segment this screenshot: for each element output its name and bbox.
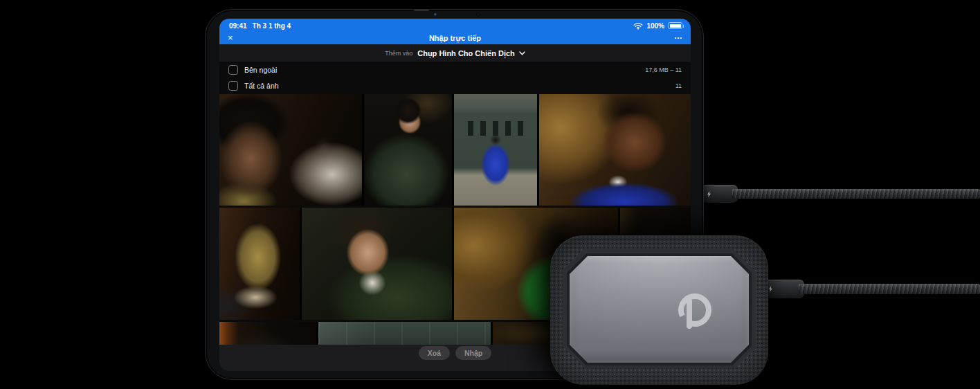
volume-buttons <box>414 9 429 11</box>
status-time: 09:41 <box>229 22 247 30</box>
status-bar: 09:41 Th 3 1 thg 4 100% <box>219 19 691 31</box>
cable-connector-drive <box>762 280 804 298</box>
collection-picker[interactable]: Chụp Hình Cho Chiến Dịch <box>417 49 525 57</box>
thunderbolt-cable-drive <box>799 284 980 294</box>
status-date: Th 3 1 thg 4 <box>253 22 291 30</box>
battery-percent: 100% <box>646 22 664 30</box>
all-photos-row[interactable]: Tất cả ảnh 11 <box>219 78 691 94</box>
photo-thumbnail[interactable] <box>219 208 300 320</box>
import-header: × Nhập trực tiếp ••• <box>219 31 691 44</box>
photo-thumbnail[interactable] <box>539 94 691 206</box>
row-label: Bên ngoài <box>244 66 277 74</box>
photo-thumbnail[interactable] <box>454 94 537 206</box>
battery-icon <box>668 22 682 29</box>
photo-thumbnail[interactable] <box>318 322 491 345</box>
photo-thumbnail[interactable] <box>364 94 452 206</box>
add-to-bar: Thêm vào Chụp Hình Cho Chiến Dịch <box>219 44 691 62</box>
scene: 09:41 Th 3 1 thg 4 100% <box>0 0 980 389</box>
delete-button[interactable]: Xoá <box>419 346 450 360</box>
checkbox[interactable] <box>228 81 238 91</box>
front-camera <box>434 13 437 16</box>
more-button[interactable]: ••• <box>675 35 682 41</box>
drive-plate-outline <box>567 253 752 365</box>
drive-top-plate <box>570 256 749 363</box>
import-button[interactable]: Nhập <box>455 346 491 360</box>
checkbox[interactable] <box>228 65 238 75</box>
photo-thumbnail[interactable] <box>302 208 452 320</box>
chevron-down-icon <box>519 51 525 55</box>
thunderbolt-icon <box>707 191 711 197</box>
gdrive-ssd <box>550 235 768 385</box>
grid-row <box>219 94 691 206</box>
camera-sensor <box>476 12 480 17</box>
wifi-icon <box>633 22 643 30</box>
thunderbolt-icon <box>768 286 773 292</box>
g-technology-logo-icon <box>674 289 716 331</box>
row-label: Tất cả ảnh <box>244 82 279 90</box>
photo-thumbnail[interactable] <box>219 322 316 345</box>
collection-name: Chụp Hình Cho Chiến Dịch <box>417 49 515 57</box>
external-source-row[interactable]: Bên ngoài 17,6 MB – 11 <box>219 62 691 78</box>
photo-thumbnail[interactable] <box>219 94 362 206</box>
add-to-label: Thêm vào <box>385 50 412 57</box>
thunderbolt-cable-ipad <box>732 189 980 199</box>
page-title: Nhập trực tiếp <box>219 34 691 42</box>
row-value: 11 <box>675 82 682 89</box>
row-value: 17,6 MB – 11 <box>645 66 682 73</box>
